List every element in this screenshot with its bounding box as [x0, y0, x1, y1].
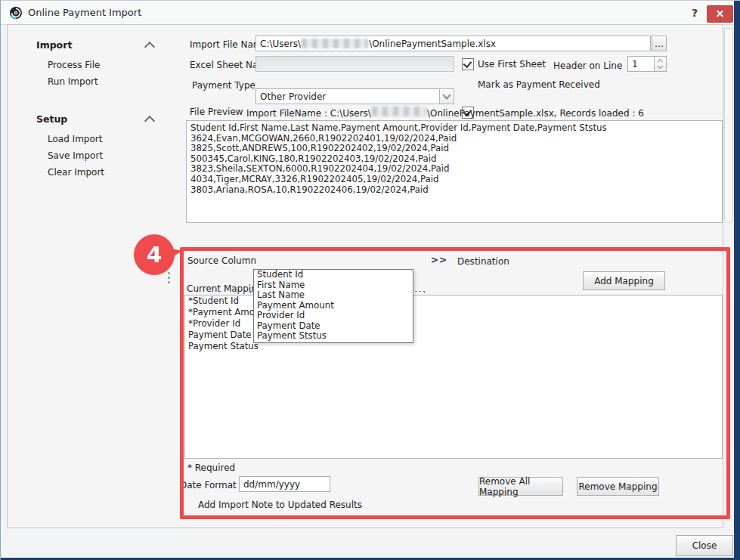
- splitter-grip[interactable]: [168, 272, 170, 283]
- file-preview-box: Student Id,First Name,Last Name,Payment …: [186, 120, 723, 223]
- redacted-username: [372, 107, 426, 116]
- sidebar-item[interactable]: Clear Import: [48, 164, 104, 181]
- ellipsis-icon: …: [655, 39, 664, 49]
- payment-type-label: Payment Type: [192, 80, 255, 91]
- close-window-button[interactable]: [707, 5, 733, 23]
- source-column-dropdown-popup: Student IdFirst NameLast NamePayment Amo…: [253, 269, 413, 343]
- sidebar-item[interactable]: Save Import: [48, 147, 104, 164]
- annotation-balloon: 4: [134, 234, 175, 275]
- online-payment-import-window: Online Payment Import ? Import Process F…: [0, 0, 740, 560]
- help-button[interactable]: ?: [687, 5, 702, 20]
- window-border-right: [734, 1, 740, 560]
- dropdown-item[interactable]: Payment Amount: [254, 301, 413, 311]
- current-mapping-label: Current Mapping: [187, 283, 262, 294]
- payment-type-combobox[interactable]: Other Provider: [255, 88, 454, 104]
- dropdown-item[interactable]: First Name: [254, 280, 413, 291]
- chevron-down-icon[interactable]: [439, 89, 454, 104]
- close-icon: [707, 6, 732, 22]
- annotation-number: 4: [147, 242, 162, 268]
- required-note: * Required: [187, 463, 235, 473]
- preview-line: 3825,Scott,ANDREWS,100,R1902202402,19/02…: [190, 144, 718, 154]
- excel-sheet-name-field: [255, 56, 454, 72]
- dropdown-item[interactable]: Payment Date: [254, 321, 413, 332]
- source-column-label: Source Column: [187, 255, 256, 266]
- preview-line: 500345,Carol,KING,180,R1902202403,19/02/…: [190, 154, 718, 165]
- preview-line: 4034,Tiger,MCRAY,3326,R1902202405,19/02/…: [190, 175, 718, 185]
- dropdown-item[interactable]: Student Id: [254, 270, 413, 280]
- use-first-sheet-label: Use First Sheet: [478, 59, 546, 70]
- window-title: Online Payment Import: [28, 7, 141, 18]
- sidebar-section-setup[interactable]: Setup: [36, 113, 67, 125]
- preview-line: 3823,Sheila,SEXTON,6000,R1902202404,19/0…: [190, 164, 718, 175]
- dropdown-item[interactable]: Last Name: [254, 290, 413, 301]
- file-preview-label: File Preview: [190, 107, 243, 117]
- app-logo-icon: [9, 6, 23, 20]
- use-first-sheet-checkbox[interactable]: [462, 58, 474, 70]
- header-on-line-spinner[interactable]: [654, 56, 667, 72]
- sidebar-import-items: Process FileRun Import: [48, 57, 100, 90]
- header-on-line-label: Header on Line: [553, 60, 622, 71]
- mark-payment-received-label: Mark as Payment Received: [478, 79, 600, 90]
- destination-label: Destination: [457, 256, 509, 267]
- file-preview-info: Import FileName : C:\Users\\OnlinePaymen…: [246, 107, 644, 119]
- remove-all-mapping-button[interactable]: Remove All Mapping: [478, 477, 563, 496]
- add-mapping-button[interactable]: Add Mapping: [583, 271, 665, 290]
- preview-line: 3624,Evan,MCGOWAN,2660,R1902202401,19/02…: [190, 134, 718, 144]
- collapsed-panel-strip[interactable]: [724, 28, 733, 223]
- preview-line: Student Id,First Name,Last Name,Payment …: [190, 123, 718, 134]
- remove-mapping-button[interactable]: Remove Mapping: [577, 477, 659, 496]
- sidebar-item[interactable]: Load Import: [48, 131, 104, 147]
- date-format-label: Date Format: [180, 480, 237, 490]
- sidebar-item[interactable]: Process File: [48, 57, 100, 73]
- import-file-name-field[interactable]: C:\Users\\OnlinePaymentSample.xlsx: [255, 36, 651, 51]
- spinner-down-icon: [658, 63, 663, 69]
- dropdown-item[interactable]: Payment Ststus: [254, 331, 413, 342]
- map-arrows: >>: [431, 255, 447, 265]
- sidebar-section-import[interactable]: Import: [36, 39, 72, 51]
- dropdown-item[interactable]: Provider Id: [254, 311, 413, 321]
- preview-line: 3803,Ariana,ROSA,10,R1902202406,19/02/20…: [190, 185, 718, 196]
- close-button[interactable]: Close: [676, 535, 733, 556]
- browse-file-button[interactable]: …: [652, 36, 667, 51]
- add-import-note-label: Add Import Note to Updated Results: [198, 500, 362, 510]
- header-on-line-field[interactable]: 1: [627, 56, 655, 72]
- sidebar-setup-items: Load ImportSave ImportClear Import: [48, 131, 104, 181]
- date-format-field[interactable]: dd/mm/yyyy: [239, 476, 330, 492]
- redacted-username: [302, 39, 368, 48]
- sidebar-item[interactable]: Run Import: [48, 73, 100, 90]
